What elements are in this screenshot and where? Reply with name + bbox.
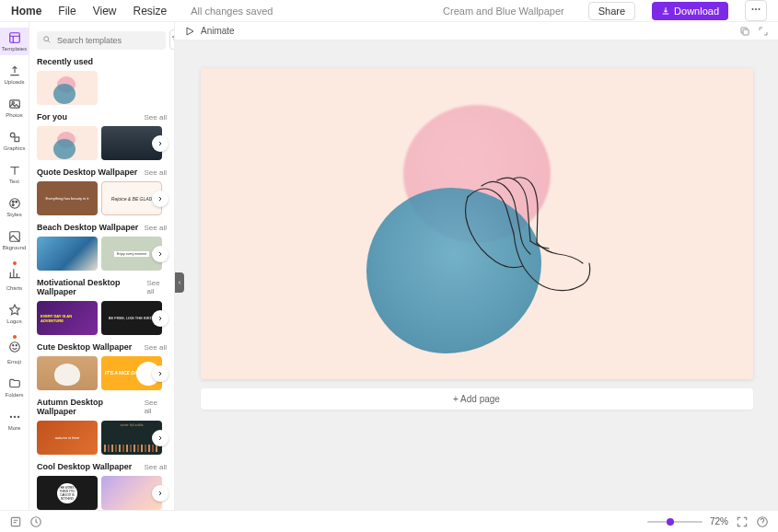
document-title[interactable]: Cream and Blue Wallpaper (443, 6, 564, 17)
notes-button[interactable] (9, 515, 22, 528)
sidebar-item-emoji[interactable]: Emoji (0, 333, 29, 368)
download-icon (661, 6, 670, 16)
duration-button[interactable] (29, 515, 42, 528)
menu-resize[interactable]: Resize (133, 5, 167, 17)
zoom-slider[interactable] (647, 521, 703, 523)
carousel-next-button[interactable] (152, 485, 168, 502)
download-button[interactable]: Download (652, 2, 728, 20)
svg-point-15 (16, 345, 17, 346)
new-badge-dot (13, 335, 17, 339)
svg-point-14 (12, 345, 13, 346)
zoom-value[interactable]: 72% (710, 516, 728, 526)
sidebar-item-uploads[interactable]: Uploads (0, 61, 29, 88)
template-thumb[interactable] (37, 356, 98, 390)
svg-point-10 (15, 201, 17, 202)
svg-point-9 (12, 201, 14, 202)
see-all-link[interactable]: See all (146, 279, 167, 295)
sidebar-label: Charts (6, 285, 23, 291)
thumb-text: BE FREE, LIKE THE BIRDS (109, 316, 155, 320)
template-thumb[interactable] (37, 126, 98, 160)
svg-point-2 (759, 8, 761, 10)
carousel-next-button[interactable] (152, 310, 168, 327)
sidebar-item-logos[interactable]: Logos (0, 300, 29, 328)
carousel-next-button[interactable] (152, 246, 168, 262)
templates-panel: Recently used For you See all Quote Desk… (29, 22, 175, 510)
sidebar-item-more[interactable]: More (0, 407, 29, 434)
carousel-next-button[interactable] (152, 135, 168, 152)
sidebar-label: Emoji (7, 359, 21, 364)
add-page-button[interactable]: + Add page (201, 388, 753, 410)
animate-button[interactable]: Animate (201, 26, 235, 36)
sidebar-item-folders[interactable]: Folders (0, 374, 29, 401)
help-icon (756, 515, 769, 528)
carousel-next-button[interactable] (152, 365, 168, 382)
folders-icon (8, 377, 21, 390)
expand-page-icon[interactable] (758, 26, 769, 37)
carousel-next-button[interactable] (152, 191, 168, 207)
see-all-link[interactable]: See all (145, 463, 167, 471)
thumb-text: THE WORST THING YOU CAN DO IS NOTHING (59, 486, 75, 501)
sidebar-item-photos[interactable]: Photos (0, 94, 29, 121)
template-thumb[interactable]: THE WORST THING YOU CAN DO IS NOTHING (37, 476, 98, 510)
copy-page-icon[interactable] (739, 26, 750, 37)
background-icon (8, 230, 21, 243)
svg-point-18 (17, 416, 18, 418)
svg-point-13 (9, 342, 19, 353)
zoom-slider-knob[interactable] (667, 518, 674, 526)
bottom-toolbar: 72% (0, 510, 778, 532)
section-title-autumn: Autumn Desktop Wallpaper (37, 398, 145, 416)
menu-home[interactable]: Home (11, 5, 41, 17)
text-icon (8, 164, 21, 177)
section-title-foryou: For you (37, 112, 67, 121)
sidebar-label: Graphics (3, 145, 25, 151)
chevron-right-icon (157, 250, 164, 258)
see-all-link[interactable]: See all (145, 399, 167, 415)
sidebar-label: Styles (6, 212, 21, 217)
chevron-right-icon (157, 370, 164, 377)
sidebar-item-background[interactable]: Bkground (0, 226, 29, 254)
photos-icon (8, 98, 21, 110)
notes-icon (9, 515, 22, 528)
see-all-link[interactable]: See all (145, 168, 167, 177)
section-title-cool: Cool Desktop Wallpaper (37, 462, 132, 471)
template-thumb[interactable]: autumn is here (37, 421, 98, 455)
see-all-link[interactable]: See all (145, 343, 167, 352)
chevron-right-icon (157, 434, 164, 442)
svg-marker-20 (187, 28, 193, 35)
template-thumb[interactable] (37, 71, 98, 105)
template-thumb[interactable]: Everything has beauty in it (37, 181, 98, 215)
panel-collapse-button[interactable] (175, 272, 184, 293)
canvas-page[interactable] (201, 68, 753, 379)
carousel-next-button[interactable] (152, 430, 168, 446)
see-all-link[interactable]: See all (145, 224, 167, 232)
more-menu-button[interactable] (745, 0, 767, 21)
svg-rect-7 (15, 137, 19, 142)
sidebar-item-styles[interactable]: Styles (0, 193, 29, 221)
menu-file[interactable]: File (58, 5, 75, 17)
see-all-link[interactable]: See all (145, 113, 167, 121)
sidebar-item-templates[interactable]: Templates (0, 28, 29, 55)
share-button[interactable]: Share (588, 2, 635, 20)
svg-point-1 (755, 8, 757, 10)
thumb-text: Everything has beauty in it (42, 196, 93, 201)
svg-point-0 (752, 8, 754, 10)
fullscreen-button[interactable] (736, 515, 749, 528)
sidebar-label: Logos (6, 318, 21, 324)
canvas-scroll[interactable]: + Add page (175, 40, 778, 510)
sidebar-item-charts[interactable]: Charts (0, 260, 29, 295)
template-thumb[interactable] (37, 237, 98, 271)
charts-icon (8, 267, 21, 280)
search-input[interactable] (37, 31, 166, 50)
sidebar-label: Bkground (3, 245, 27, 250)
sidebar-item-text[interactable]: Text (0, 160, 29, 188)
new-badge-dot (13, 261, 17, 265)
section-title-motivational: Motivational Desktop Wallpaper (37, 278, 146, 296)
svg-point-17 (13, 416, 15, 418)
menu-view[interactable]: View (93, 5, 117, 17)
template-thumb[interactable]: EVERY DAY IS AN ADVENTURE (37, 301, 98, 335)
svg-point-19 (44, 37, 49, 41)
filter-button[interactable] (169, 29, 175, 50)
help-button[interactable] (756, 515, 769, 528)
svg-point-16 (9, 416, 11, 418)
sidebar-item-graphics[interactable]: Graphics (0, 127, 29, 155)
